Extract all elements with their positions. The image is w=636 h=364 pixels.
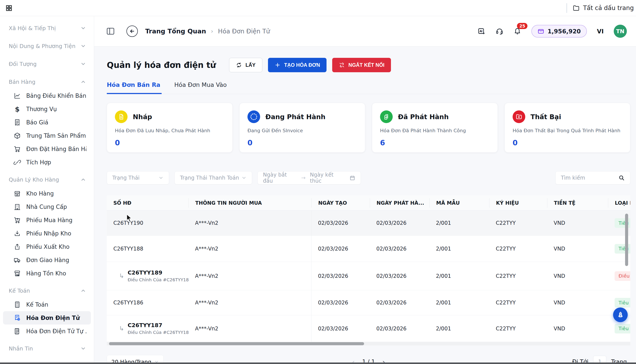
tabs: Hóa Đơn Bán Ra Hóa Đơn Mua Vào <box>107 82 630 94</box>
published-docs-icon <box>380 110 393 123</box>
chevron-down-icon <box>80 25 86 31</box>
sidebar-item-goods-receipt[interactable]: Phiếu Nhập Kho <box>3 227 91 240</box>
date-range-picker[interactable]: Ngày bắt đầu → Ngày kết thúc <box>257 171 361 184</box>
table-row[interactable]: C26TYY190 A***-Vn2 02/03/2026 02/03/2026… <box>107 210 630 236</box>
sidebar: Xã Hội & Tiếp Thị Nội Dung & Phương Tiện… <box>0 16 94 364</box>
card-draft-count: 0 <box>115 138 224 147</box>
filters-row: Trạng Thái Trạng Thái Thanh Toán Ngày bắ… <box>107 171 630 184</box>
launch-fab-button[interactable] <box>613 308 628 322</box>
receipt-lines-icon <box>14 328 21 335</box>
sidebar-item-accounting[interactable]: Kế Toán <box>3 298 91 311</box>
sidebar-item-warehouse[interactable]: Kho Hàng <box>3 187 91 200</box>
sidebar-section-social-marketing[interactable]: Xã Hội & Tiếp Thị <box>0 21 94 35</box>
invoice-type-badge: Tiêu <box>614 324 630 334</box>
tab-sales-invoices[interactable]: Hóa Đơn Bán Ra <box>107 82 162 94</box>
child-row-arrow-icon: ↳ <box>119 325 124 332</box>
sidebar-item-sales-dashboard[interactable]: Bảng Điều Khiển Bán ... <box>3 89 91 102</box>
browser-bookmarks-bar: Tất cả dấu trang <box>0 0 636 16</box>
truck-icon <box>14 256 21 264</box>
sidebar-item-delivery-orders[interactable]: Đơn Giao Hàng <box>3 253 91 267</box>
sidebar-section-messaging[interactable]: Nhắn Tin <box>0 341 94 356</box>
status-cards: Nháp Hóa Đơn Đã Lưu Nháp, Chưa Phát Hành… <box>107 103 630 152</box>
chevron-down-icon <box>241 175 247 180</box>
support-headset-icon[interactable] <box>496 27 503 35</box>
disconnect-button[interactable]: NGẮT KẾT NỐI <box>332 58 391 72</box>
chevron-down-icon <box>80 61 86 67</box>
box-upload-icon <box>14 243 21 250</box>
window-bottom-edge <box>0 362 636 364</box>
ai-assistant-icon[interactable]: AI <box>478 27 486 35</box>
topbar: Trang Tổng Quan › Hóa Đơn Điện Tử AI 25 … <box>94 16 636 46</box>
sidebar-item-purchase-orders[interactable]: Phiếu Mua Hàng <box>3 214 91 227</box>
broken-link-icon <box>339 62 345 68</box>
notification-count-badge: 25 <box>517 23 527 29</box>
apps-grid-icon[interactable] <box>5 4 13 12</box>
card-failed[interactable]: Thất Bại Hóa Đơn Thất Bại Trong Quá Trìn… <box>504 103 630 152</box>
sidebar-section-sales[interactable]: Bán Hàng <box>0 75 94 89</box>
chevron-down-icon <box>158 175 164 180</box>
invoice-table: SỐ HĐ THÔNG TIN NGƯỜI MUA NGÀY TẠO NGÀY … <box>107 195 630 342</box>
vertical-scrollbar[interactable] <box>625 214 628 266</box>
back-button[interactable] <box>126 26 138 37</box>
building-icon <box>14 203 21 210</box>
mouse-cursor <box>125 214 134 222</box>
sidebar-item-integrations[interactable]: Tích Hợp <box>3 156 91 169</box>
table-row[interactable]: C26TYY188 A***-Vn2 02/03/2026 02/03/2026… <box>107 236 630 262</box>
tab-purchase-invoices[interactable]: Hóa Đơn Mua Vào <box>174 82 228 94</box>
sidebar-item-suppliers[interactable]: Nhà Cung Cấp <box>3 200 91 214</box>
sidebar-toggle-icon[interactable] <box>106 28 115 35</box>
arrow-left-icon <box>129 28 135 34</box>
dollar-icon: $ <box>14 105 21 113</box>
chevron-up-icon <box>80 79 86 85</box>
draft-doc-icon <box>115 110 128 123</box>
invoice-type-badge: Tiêu <box>614 298 630 308</box>
sidebar-section-audiences[interactable]: Đối Tượng <box>0 57 94 71</box>
sidebar-section-accounting[interactable]: Kế Toán <box>0 284 94 298</box>
table-row[interactable]: C26TYY186 A***-Vn2 02/03/2026 02/03/2026… <box>107 290 630 315</box>
card-published-count: 6 <box>380 138 490 147</box>
sidebar-section-inventory[interactable]: Quản Lý Kho Hàng <box>0 172 94 187</box>
plus-icon <box>274 62 281 68</box>
notifications-button[interactable]: 25 <box>513 27 521 36</box>
search-icon <box>618 174 625 181</box>
bookmarks-separator <box>566 3 567 13</box>
chevron-up-icon <box>80 288 86 294</box>
invoice-type-badge: Điều <box>614 271 630 281</box>
all-bookmarks-button[interactable]: Tất cả dấu trang <box>573 4 634 12</box>
folder-icon <box>573 4 580 12</box>
wallet-balance-button[interactable]: 1,956,920 <box>531 25 587 38</box>
sidebar-item-quotes[interactable]: Báo Giá <box>3 116 91 129</box>
payment-status-filter-select[interactable]: Trạng Thái Thanh Toán <box>174 171 252 184</box>
card-publishing[interactable]: Đang Phát Hành Đang Gửi Đến SInvoice 0 <box>239 103 365 152</box>
card-published[interactable]: Đã Phát Hành Hóa Đơn Đã Phát Hành Thành … <box>372 103 498 152</box>
tray-download-icon <box>14 230 21 237</box>
sidebar-item-deals[interactable]: $ Thương Vụ <box>3 102 91 116</box>
invoice-check-icon <box>14 314 21 322</box>
publishing-spinner-icon <box>247 110 260 123</box>
table-row[interactable]: ↳ C26TYY187 Điều Chỉnh Của #C26TYY186 A*… <box>107 315 630 342</box>
sidebar-section-content-media[interactable]: Nội Dung & Phương Tiện <box>0 39 94 53</box>
chevron-down-icon <box>80 43 86 49</box>
card-failed-count: 0 <box>513 138 622 147</box>
create-invoice-button[interactable]: TẠO HÓA ĐƠN <box>268 58 327 72</box>
search-box[interactable] <box>555 171 630 184</box>
status-filter-select[interactable]: Trạng Thái <box>107 171 169 184</box>
fetch-button[interactable]: LẤY <box>229 58 262 72</box>
sidebar-item-goods-issue[interactable]: Phiếu Xuất Kho <box>3 240 91 253</box>
screen: Tất cả dấu trang Xã Hội & Tiếp Thị Nội D… <box>0 0 636 364</box>
sidebar-item-auto-e-invoice[interactable]: Hóa Đơn Điện Tử Tự ... <box>3 324 91 338</box>
sidebar-item-e-invoice[interactable]: Hóa Đơn Điện Tử <box>3 311 91 324</box>
sidebar-item-stock[interactable]: Hàng Tồn Kho <box>3 267 91 280</box>
horizontal-scrollbar[interactable] <box>107 342 630 346</box>
sidebar-item-product-center[interactable]: Trung Tâm Sản Phẩm <box>3 129 91 142</box>
breadcrumb-dashboard[interactable]: Trang Tổng Quan <box>145 28 206 35</box>
language-switcher[interactable]: VI <box>597 28 604 35</box>
card-draft[interactable]: Nháp Hóa Đơn Đã Lưu Nháp, Chưa Phát Hành… <box>107 103 233 152</box>
chevron-up-icon <box>80 177 86 182</box>
table-row[interactable]: ↳ C26TYY189 Điều Chỉnh Của #C26TYY188 A*… <box>107 262 630 290</box>
sidebar-item-sales-orders[interactable]: Đơn Đặt Hàng Bán Hà... <box>3 142 91 156</box>
search-input[interactable] <box>561 175 611 181</box>
page-title: Quản lý hóa đơn điện tử <box>107 60 216 70</box>
avatar[interactable]: TN <box>614 25 627 38</box>
cart-icon <box>14 145 21 153</box>
